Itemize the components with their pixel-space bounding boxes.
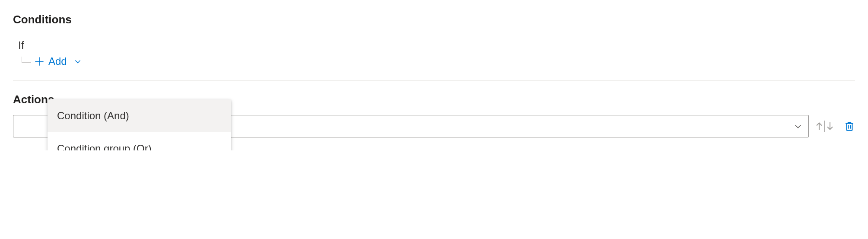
move-down-icon[interactable] xyxy=(825,121,835,131)
if-label: If xyxy=(18,39,855,52)
menu-item-condition-and[interactable]: Condition (And) xyxy=(48,99,231,132)
move-buttons xyxy=(814,121,835,132)
add-condition-row: Add xyxy=(22,55,855,67)
section-divider xyxy=(13,80,855,81)
conditions-heading: Conditions xyxy=(13,13,855,26)
chevron-down-icon xyxy=(794,122,802,131)
chevron-down-icon xyxy=(74,57,82,65)
add-condition-button[interactable]: Add xyxy=(35,55,82,67)
plus-icon xyxy=(35,57,44,66)
tree-connector xyxy=(22,57,31,63)
menu-item-condition-group-or[interactable]: Condition group (Or) xyxy=(48,132,231,150)
move-up-icon[interactable] xyxy=(814,121,824,131)
add-label: Add xyxy=(48,55,67,67)
svg-rect-4 xyxy=(847,124,852,131)
add-condition-menu: Condition (And) Condition group (Or) xyxy=(48,99,231,150)
delete-icon[interactable] xyxy=(844,121,855,132)
rule-editor: Conditions If Add Condition (And) Condit… xyxy=(13,13,855,137)
